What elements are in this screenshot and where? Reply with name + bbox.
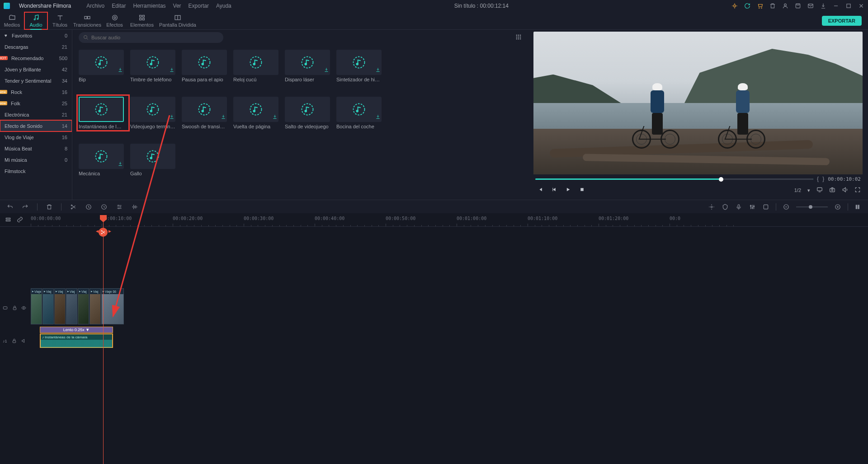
audio-clip[interactable]: ♪Instantáneas de la cámara bbox=[40, 333, 113, 348]
video-clip[interactable]: ▸Viaje 06 bbox=[101, 288, 124, 324]
export-button[interactable]: EXPORTAR bbox=[822, 16, 862, 26]
display-icon[interactable] bbox=[816, 187, 823, 194]
search-input[interactable] bbox=[91, 35, 219, 40]
preview-scrubber[interactable]: { } 00:00:10:02 bbox=[533, 174, 863, 183]
lock-icon[interactable] bbox=[12, 305, 17, 311]
sidebar-item-11[interactable]: Mi música0 bbox=[0, 154, 72, 165]
audio-asset[interactable]: Timbre de teléfono bbox=[130, 50, 179, 82]
maximize-button[interactable] bbox=[845, 3, 852, 9]
menu-ver[interactable]: Ver bbox=[173, 3, 181, 9]
audio-asset[interactable]: Pausa para el apio bbox=[182, 50, 231, 82]
menu-ayuda[interactable]: Ayuda bbox=[216, 3, 231, 9]
snapshot-icon[interactable] bbox=[829, 187, 835, 194]
undo-button[interactable] bbox=[6, 203, 14, 211]
video-clip[interactable]: ▸Viaj bbox=[42, 288, 54, 324]
audio-asset[interactable]: Mecánica bbox=[79, 144, 127, 176]
audio-asset[interactable]: Videojuego terminado bbox=[130, 97, 179, 129]
timeline-settings-icon[interactable] bbox=[854, 203, 862, 211]
audio-asset[interactable]: Bip bbox=[79, 50, 127, 82]
audio-asset[interactable]: Salto de videojuego bbox=[285, 97, 334, 129]
audio-track-header[interactable]: ♪1 bbox=[0, 334, 29, 348]
sidebar-item-10[interactable]: Música Beat8 bbox=[0, 143, 72, 154]
mic-icon[interactable] bbox=[735, 203, 742, 211]
delete-button[interactable] bbox=[46, 203, 53, 211]
sidebar-item-6[interactable]: NewFolk25 bbox=[0, 98, 72, 109]
crop-button[interactable] bbox=[85, 203, 92, 211]
audio-asset[interactable]: Swoosh de transición bbox=[182, 97, 231, 129]
playhead[interactable]: ◄► bbox=[103, 215, 104, 464]
menu-archivo[interactable]: Archivo bbox=[86, 3, 104, 9]
download-icon[interactable] bbox=[820, 3, 826, 9]
play-button[interactable] bbox=[565, 187, 571, 194]
fullscreen-icon[interactable] bbox=[854, 187, 861, 194]
cart-icon[interactable] bbox=[757, 3, 763, 9]
menu-herramientas[interactable]: Herramientas bbox=[133, 3, 166, 9]
speed-button[interactable] bbox=[100, 203, 108, 211]
sidebar-item-3[interactable]: Jóven y Brillante42 bbox=[0, 64, 72, 75]
tab-audio[interactable]: Audio bbox=[24, 12, 48, 30]
audio-asset[interactable]: Vuelta de página bbox=[233, 97, 282, 129]
video-clip[interactable]: ▸Viaj bbox=[66, 288, 77, 324]
shield-icon[interactable] bbox=[722, 203, 729, 211]
render-icon[interactable] bbox=[762, 203, 769, 211]
zoom-out-button[interactable] bbox=[783, 203, 790, 211]
preview-canvas[interactable] bbox=[533, 32, 863, 174]
sync-icon[interactable] bbox=[744, 3, 750, 9]
marker-icon[interactable] bbox=[708, 203, 715, 211]
prev-frame-button[interactable] bbox=[537, 187, 543, 194]
speaker-icon[interactable] bbox=[21, 338, 26, 344]
download-badge-icon[interactable] bbox=[169, 114, 175, 121]
sidebar-item-9[interactable]: Vlog de Viaje16 bbox=[0, 131, 72, 143]
volume-icon[interactable] bbox=[842, 187, 848, 194]
scissors-icon[interactable] bbox=[99, 228, 108, 237]
redo-button[interactable] bbox=[22, 203, 29, 211]
page-dropdown-icon[interactable]: ▾ bbox=[807, 187, 810, 193]
tab-medios[interactable]: Medios bbox=[0, 12, 24, 30]
sidebar-item-1[interactable]: Descargas21 bbox=[0, 41, 72, 52]
download-badge-icon[interactable] bbox=[324, 67, 329, 74]
mixer-icon[interactable] bbox=[749, 203, 756, 211]
trash-icon[interactable] bbox=[769, 3, 776, 9]
sidebar-item-5[interactable]: NewRock16 bbox=[0, 86, 72, 98]
lock-icon[interactable] bbox=[12, 338, 17, 344]
sidebar-item-0[interactable]: ♥Favoritos0 bbox=[0, 30, 72, 41]
tab-pantalla-dividida[interactable]: Pantalla Dividida bbox=[157, 12, 198, 30]
download-badge-icon[interactable] bbox=[375, 114, 381, 121]
audio-sync-button[interactable] bbox=[131, 203, 138, 211]
zoom-in-button[interactable] bbox=[834, 203, 841, 211]
download-badge-icon[interactable] bbox=[375, 67, 381, 74]
bracket-in-icon[interactable]: { bbox=[817, 176, 819, 182]
tab-efectos[interactable]: Efectos bbox=[103, 12, 127, 30]
audio-asset[interactable]: Disparo láser bbox=[285, 50, 334, 82]
download-badge-icon[interactable] bbox=[272, 114, 278, 121]
sidebar-item-12[interactable]: Filmstock bbox=[0, 165, 72, 177]
sidebar-item-4[interactable]: Tender y Sentimental34 bbox=[0, 75, 72, 86]
audio-asset[interactable]: Instantáneas de la cá… bbox=[79, 97, 127, 129]
timeline[interactable]: 00:00:00:0000:00:10:0000:00:20:0000:00:3… bbox=[0, 213, 868, 464]
save-icon[interactable] bbox=[795, 3, 801, 9]
menu-editar[interactable]: Editar bbox=[112, 3, 126, 9]
download-badge-icon[interactable] bbox=[118, 161, 123, 168]
sidebar-item-7[interactable]: Electrónica21 bbox=[0, 109, 72, 120]
minimize-button[interactable] bbox=[833, 3, 839, 9]
user-icon[interactable] bbox=[782, 3, 788, 9]
video-track-header[interactable] bbox=[0, 301, 29, 315]
zoom-slider[interactable] bbox=[796, 206, 828, 207]
premium-icon[interactable] bbox=[731, 3, 738, 9]
split-button[interactable] bbox=[70, 203, 77, 211]
mail-icon[interactable] bbox=[807, 3, 814, 9]
audio-asset[interactable]: Reloj cucú bbox=[233, 50, 282, 82]
video-clip[interactable]: ▸Viaj bbox=[90, 288, 101, 324]
sidebar-item-2[interactable]: HOTRecomendado500 bbox=[0, 52, 72, 64]
download-badge-icon[interactable] bbox=[221, 114, 226, 121]
eye-icon[interactable] bbox=[21, 305, 26, 311]
video-track[interactable]: ▸Viaje▸Viaj▸Viaj▸Viaj▸Viaj▸Viaj▸Viaje 06 bbox=[31, 288, 868, 324]
download-badge-icon[interactable] bbox=[169, 67, 175, 74]
adjust-button[interactable] bbox=[116, 203, 123, 211]
tab-transiciones[interactable]: Transiciones bbox=[72, 12, 103, 30]
sidebar-item-8[interactable]: Efecto de Sonido14 bbox=[0, 120, 72, 131]
close-button[interactable] bbox=[858, 3, 864, 9]
audio-asset[interactable]: Gallo bbox=[130, 144, 179, 176]
tab-elementos[interactable]: Elementos bbox=[127, 12, 157, 30]
audio-asset[interactable]: Bocina del coche bbox=[336, 97, 385, 129]
